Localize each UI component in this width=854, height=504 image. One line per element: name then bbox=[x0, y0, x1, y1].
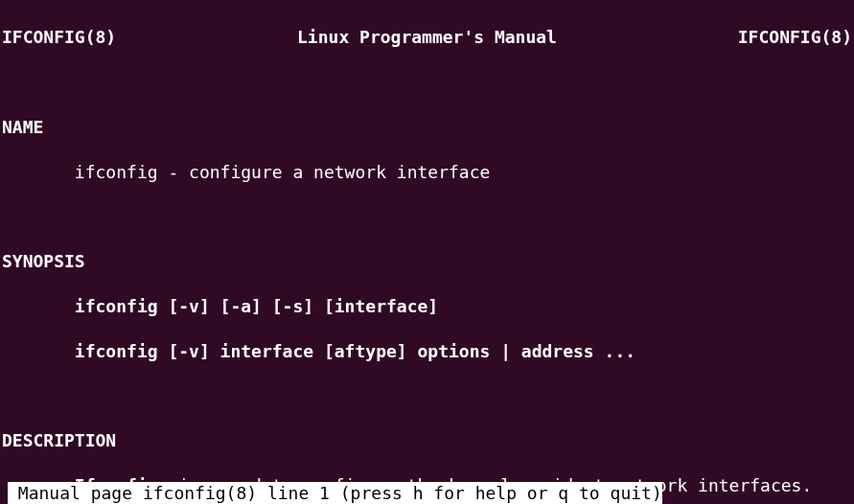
synopsis-line-1: ifconfig [-v] [-a] [-s] [interface] bbox=[2, 295, 852, 317]
status-line[interactable]: Manual page ifconfig(8) line 1 (press h … bbox=[8, 482, 662, 504]
synopsis-line-2: ifconfig [-v] interface [aftype] options… bbox=[2, 340, 852, 362]
header-left: IFCONFIG(8) bbox=[2, 26, 116, 48]
header-center: Linux Programmer's Manual bbox=[297, 26, 557, 48]
section-description-header: DESCRIPTION bbox=[2, 429, 852, 451]
blank-line bbox=[2, 385, 852, 407]
section-name-header: NAME bbox=[2, 116, 852, 138]
manpage-header: IFCONFIG(8) Linux Programmer's Manual IF… bbox=[2, 26, 852, 48]
manpage-content[interactable]: IFCONFIG(8) Linux Programmer's Manual IF… bbox=[2, 4, 852, 504]
blank-line bbox=[2, 71, 852, 93]
header-right: IFCONFIG(8) bbox=[738, 26, 852, 48]
blank-line bbox=[2, 206, 852, 228]
section-synopsis-header: SYNOPSIS bbox=[2, 250, 852, 272]
name-body: ifconfig - configure a network interface bbox=[2, 161, 852, 183]
